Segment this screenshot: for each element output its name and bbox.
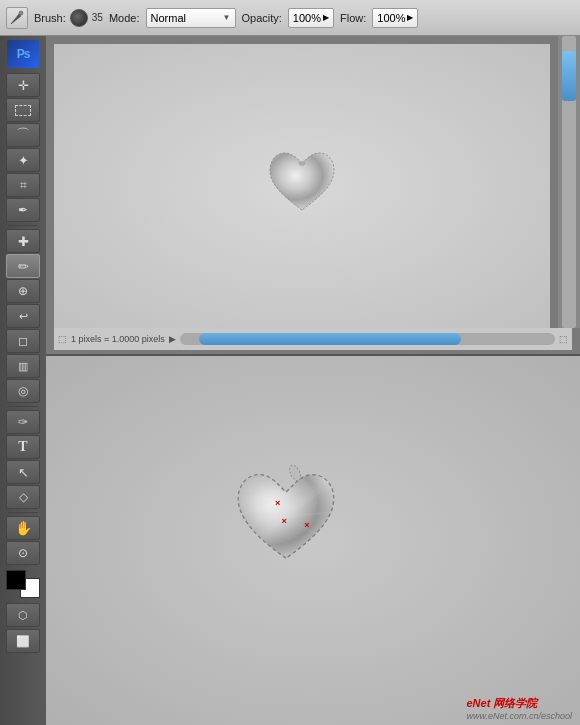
top-canvas[interactable] — [54, 44, 550, 328]
svg-text:×: × — [275, 498, 280, 508]
zoom-icon: ⊙ — [18, 546, 28, 560]
right-dots-panel — [558, 36, 580, 328]
history-icon: ↩ — [19, 310, 28, 323]
tool-text[interactable]: T — [6, 435, 40, 459]
bottom-canvas: × × × — [46, 356, 580, 725]
tool-gradient[interactable]: ▥ — [6, 354, 40, 378]
mode-value: Normal — [151, 12, 186, 24]
lasso-icon: ⌒ — [16, 126, 30, 144]
pen-icon: ✑ — [18, 415, 28, 429]
flow-label: Flow: — [340, 12, 366, 24]
opacity-value: 100% — [293, 12, 321, 24]
flow-arrow-icon: ▶ — [407, 13, 413, 22]
watermark-line1: eNet 网络学院 — [466, 696, 572, 711]
color-swatches[interactable] — [6, 570, 40, 598]
tool-heal[interactable]: ✚ — [6, 229, 40, 253]
tool-lasso[interactable]: ⌒ — [6, 123, 40, 147]
brush-preview[interactable] — [70, 9, 88, 27]
brush-label: Brush: — [34, 12, 66, 24]
tool-separator-1 — [8, 225, 38, 226]
content-area: ⬚ 1 pixels = 1.0000 pixels ▶ ⬚ — [46, 36, 580, 725]
screen-mode-icon: ⬜ — [16, 635, 30, 648]
brush-icon: ✏ — [18, 259, 29, 274]
chevron-down-icon: ▼ — [223, 13, 231, 22]
tool-screen-mode[interactable]: ⬜ — [6, 629, 40, 653]
text-icon: T — [18, 439, 27, 455]
opacity-arrow-icon: ▶ — [323, 13, 329, 22]
marquee-icon — [15, 105, 31, 116]
canvas-background — [54, 44, 550, 328]
path-select-icon: ↖ — [18, 465, 29, 480]
opacity-box[interactable]: 100% ▶ — [288, 8, 334, 28]
svg-point-0 — [19, 11, 23, 15]
tool-eyedropper[interactable]: ✒ — [6, 198, 40, 222]
opacity-label: Opacity: — [242, 12, 282, 24]
horizontal-scrollbar-thumb[interactable] — [199, 333, 462, 345]
tool-shape[interactable]: ◇ — [6, 485, 40, 509]
gradient-icon: ▥ — [18, 360, 28, 373]
foreground-color-swatch[interactable] — [6, 570, 26, 590]
brush-tool-icon[interactable] — [6, 7, 28, 29]
ps-logo: Ps — [7, 40, 39, 68]
move-icon: ✛ — [18, 78, 29, 93]
tool-brush[interactable]: ✏ — [6, 254, 40, 278]
tool-dodge[interactable]: ◎ — [6, 379, 40, 403]
flow-value: 100% — [377, 12, 405, 24]
tool-zoom[interactable]: ⊙ — [6, 541, 40, 565]
main-layout: Ps ✛ ⌒ ✦ ⌗ ✒ ✚ ✏ ⊕ ↩ — [0, 36, 580, 725]
hand-icon: ✋ — [15, 520, 32, 536]
tool-pen[interactable]: ✑ — [6, 410, 40, 434]
brush-display: Brush: 35 — [34, 9, 103, 27]
tool-move[interactable]: ✛ — [6, 73, 40, 97]
shape-icon: ◇ — [19, 490, 28, 504]
tool-history[interactable]: ↩ — [6, 304, 40, 328]
tool-eraser[interactable]: ◻ — [6, 329, 40, 353]
dodge-icon: ◎ — [18, 384, 28, 398]
horizontal-scrollbar[interactable] — [180, 333, 555, 345]
quick-mask-icon: ⬡ — [18, 609, 28, 622]
mode-dropdown[interactable]: Normal ▼ — [146, 8, 236, 28]
vertical-scrollbar-thumb[interactable] — [562, 51, 576, 101]
canvas-scrollbar: ⬚ 1 pixels = 1.0000 pixels ▶ ⬚ — [54, 328, 572, 350]
brush-size: 35 — [92, 12, 103, 23]
bottom-canvas-wrapper[interactable]: × × × eNet 网络学院 www.eNet.com.cn/eschool — [46, 356, 580, 725]
eyedropper-icon: ✒ — [18, 203, 28, 217]
tool-marquee[interactable] — [6, 98, 40, 122]
clone-icon: ⊕ — [18, 284, 28, 298]
scroll-info: 1 pixels = 1.0000 pixels — [71, 334, 165, 344]
tool-separator-3 — [8, 512, 38, 513]
tool-clone[interactable]: ⊕ — [6, 279, 40, 303]
left-toolbar: Ps ✛ ⌒ ✦ ⌗ ✒ ✚ ✏ ⊕ ↩ — [0, 36, 46, 725]
top-toolbar: Brush: 35 Mode: Normal ▼ Opacity: 100% ▶… — [0, 0, 580, 36]
wand-icon: ✦ — [18, 153, 29, 168]
tool-crop[interactable]: ⌗ — [6, 173, 40, 197]
svg-text:×: × — [305, 520, 310, 530]
heart-apple-bottom: × × × — [231, 462, 341, 582]
flow-box[interactable]: 100% ▶ — [372, 8, 418, 28]
tool-path-select[interactable]: ↖ — [6, 460, 40, 484]
watermark-line2: www.eNet.com.cn/eschool — [466, 711, 572, 721]
tool-hand[interactable]: ✋ — [6, 516, 40, 540]
tool-separator-2 — [8, 406, 38, 407]
mode-label: Mode: — [109, 12, 140, 24]
svg-text:×: × — [282, 516, 287, 526]
watermark: eNet 网络学院 www.eNet.com.cn/eschool — [466, 696, 572, 721]
heal-icon: ✚ — [18, 234, 29, 249]
heart-apple-top — [262, 142, 342, 222]
tool-quick-mask[interactable]: ⬡ — [6, 603, 40, 627]
crop-icon: ⌗ — [20, 178, 27, 192]
top-canvas-wrapper: ⬚ 1 pixels = 1.0000 pixels ▶ ⬚ — [46, 36, 580, 356]
tool-wand[interactable]: ✦ — [6, 148, 40, 172]
eraser-icon: ◻ — [18, 334, 28, 348]
